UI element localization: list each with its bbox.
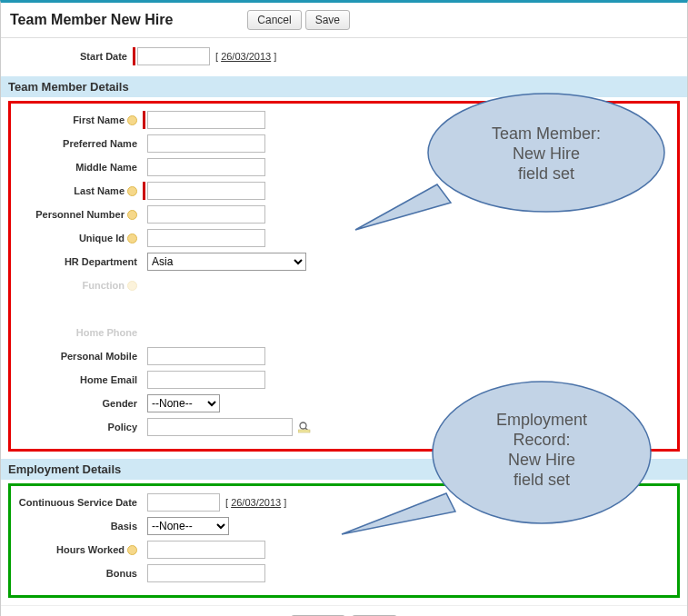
hours-worked-input[interactable]	[147, 541, 265, 559]
middle-name-input[interactable]	[147, 158, 265, 176]
preferred-name-row: Preferred Name	[11, 133, 677, 154]
start-date-input[interactable]	[137, 47, 210, 65]
policy-row: Policy	[11, 416, 677, 438]
last-name-label: Last Name	[11, 185, 143, 197]
basis-label: Basis	[11, 521, 143, 532]
help-icon[interactable]	[127, 210, 137, 220]
employment-fieldset-box: Continuous Service Date [ 26/03/2013 ] B…	[8, 483, 680, 598]
hours-worked-row: Hours Worked	[11, 539, 677, 561]
home-email-label: Home Email	[11, 374, 143, 385]
personal-mobile-input[interactable]	[147, 347, 265, 365]
help-icon	[127, 281, 137, 291]
home-phone-row: Home Phone	[11, 322, 677, 343]
first-name-row: First Name	[11, 109, 677, 131]
start-date-label: Start Date	[1, 51, 133, 62]
unique-id-label: Unique Id	[11, 233, 143, 244]
policy-input[interactable]	[147, 418, 293, 436]
page: Team Member New Hire Cancel Save Start D…	[0, 0, 688, 616]
svg-point-0	[300, 422, 306, 429]
hours-worked-label: Hours Worked	[11, 544, 143, 556]
csd-label: Continuous Service Date	[11, 497, 143, 508]
personal-mobile-row: Personal Mobile	[11, 345, 677, 367]
home-email-row: Home Email	[11, 369, 677, 391]
csd-date-link[interactable]: [ 26/03/2013 ]	[225, 497, 286, 508]
personal-mobile-label: Personal Mobile	[11, 351, 143, 362]
lookup-icon[interactable]	[298, 421, 311, 433]
bonus-label: Bonus	[11, 568, 143, 579]
team-member-details-header: Team Member Details	[1, 76, 687, 97]
bonus-input[interactable]	[147, 564, 265, 582]
gender-select[interactable]: --None--	[147, 394, 220, 412]
help-icon[interactable]	[127, 186, 137, 196]
start-date-link[interactable]: [ 26/03/2013 ]	[215, 51, 276, 62]
personnel-number-input[interactable]	[147, 205, 265, 224]
preferred-name-label: Preferred Name	[11, 138, 143, 149]
home-phone-label: Home Phone	[11, 327, 143, 338]
csd-row: Continuous Service Date [ 26/03/2013 ]	[11, 492, 677, 513]
spacer-row	[11, 298, 677, 320]
last-name-row: Last Name	[11, 180, 677, 202]
middle-name-row: Middle Name	[11, 156, 677, 178]
home-email-input[interactable]	[147, 371, 265, 389]
bonus-row: Bonus	[11, 562, 677, 584]
cancel-button-top[interactable]: Cancel	[247, 10, 301, 30]
page-title: Team Member New Hire	[10, 12, 173, 28]
page-header: Team Member New Hire Cancel Save	[1, 3, 687, 38]
preferred-name-input[interactable]	[147, 134, 265, 153]
gender-row: Gender --None--	[11, 392, 677, 414]
help-icon[interactable]	[127, 115, 137, 125]
required-indicator	[133, 47, 135, 65]
hr-department-label: HR Department	[11, 256, 143, 267]
hr-department-row: HR Department Asia	[11, 251, 677, 273]
first-name-label: First Name	[11, 114, 143, 126]
personnel-number-label: Personnel Number	[11, 209, 143, 221]
basis-select[interactable]: --None--	[147, 517, 229, 535]
policy-label: Policy	[11, 422, 143, 432]
basis-row: Basis --None--	[11, 515, 677, 537]
function-label: Function	[11, 280, 143, 292]
required-indicator	[143, 111, 145, 129]
middle-name-label: Middle Name	[11, 162, 143, 173]
footer-buttons: Cancel Save	[1, 605, 687, 616]
team-member-fieldset-box: First Name Preferred Name Middle Name La…	[8, 101, 680, 452]
employment-details-header: Employment Details	[1, 459, 687, 480]
unique-id-input[interactable]	[147, 229, 265, 247]
personnel-number-row: Personnel Number	[11, 204, 677, 225]
help-icon[interactable]	[127, 545, 137, 555]
start-date-row: Start Date [ 26/03/2013 ]	[1, 40, 687, 69]
function-row: Function	[11, 274, 677, 296]
csd-input[interactable]	[147, 493, 220, 512]
gender-label: Gender	[11, 398, 143, 409]
hr-department-select[interactable]: Asia	[147, 253, 306, 271]
last-name-input[interactable]	[147, 182, 265, 200]
first-name-input[interactable]	[147, 111, 265, 129]
required-indicator	[143, 182, 145, 200]
help-icon[interactable]	[127, 233, 137, 243]
svg-rect-2	[298, 430, 310, 432]
unique-id-row: Unique Id	[11, 227, 677, 249]
save-button-top[interactable]: Save	[305, 10, 350, 30]
